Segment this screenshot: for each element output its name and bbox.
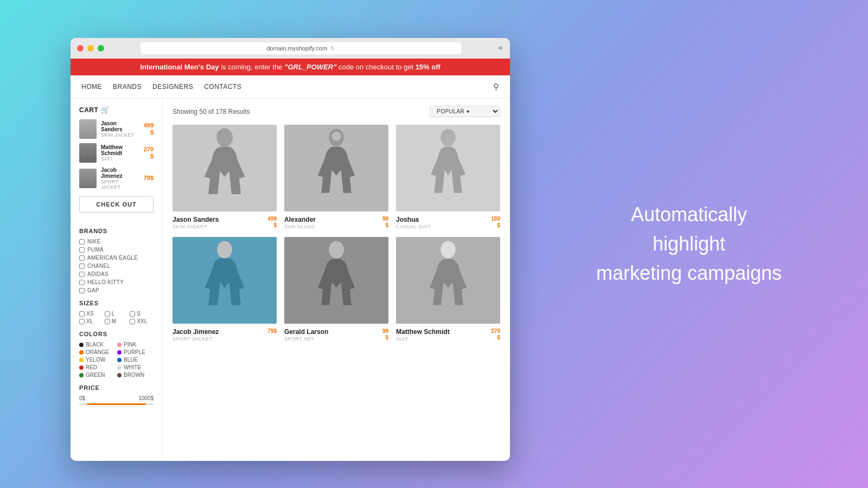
product-price: 79$: [267, 328, 277, 335]
product-details: Matthew Schmidt SUIT: [396, 328, 450, 342]
url-text: domain.myshopify.com: [266, 45, 327, 52]
results-text: Showing 50 of 178 Results: [173, 108, 250, 115]
product-card[interactable]: Jacob Jimenez SPORT JACKET 79$: [173, 237, 277, 342]
brand-checkbox-chanel[interactable]: [79, 264, 85, 269]
browser-window: domain.myshopify.com ↻ + International M…: [71, 38, 510, 461]
product-card[interactable]: Jason Sanders SKIN JACKET 499 $: [173, 125, 277, 229]
product-card[interactable]: Alexander SUN GLASS 99 $: [284, 125, 388, 229]
size-item: L: [105, 311, 129, 317]
brand-checkbox-ae[interactable]: [79, 255, 85, 261]
product-price: 180 $: [491, 216, 500, 229]
cart-title: CART 🛒: [79, 106, 154, 114]
color-swatch-purple: [117, 350, 122, 355]
size-item: XS: [79, 311, 103, 317]
color-item: PURPLE: [117, 349, 154, 355]
product-info: Jason Sanders SKIN JACKET 499 $: [173, 216, 277, 229]
color-item: BLUE: [117, 357, 154, 363]
product-image: [284, 125, 388, 211]
maximize-dot[interactable]: [98, 45, 104, 52]
cart-item: Jacob Jimenez SPORT JACKET 79$: [79, 167, 154, 190]
search-icon[interactable]: ⚲: [493, 82, 499, 92]
cart-item-price: 270 $: [144, 146, 154, 160]
sizes-list: XS L S XL M XXL: [79, 311, 154, 324]
nav-brands[interactable]: BRANDS: [113, 83, 142, 91]
cart-item-price: 79$: [144, 175, 154, 182]
marketing-line1: Automatically highlight: [631, 203, 747, 255]
colors-list: BLACK PINK ORANGE PURPLE YELOW BLUE RED …: [79, 342, 154, 378]
product-details: Joshua CASUAL SUIT: [396, 216, 431, 229]
color-swatch-orange: [79, 350, 84, 355]
checkout-button[interactable]: CHECK OUT: [79, 196, 154, 213]
price-title: PRICE: [79, 384, 154, 391]
address-bar[interactable]: domain.myshopify.com ↻: [141, 42, 461, 54]
product-info: Matthew Schmidt SUIT 270 $: [396, 328, 500, 342]
svg-point-3: [441, 129, 456, 146]
product-info: Jacob Jimenez SPORT JACKET 79$: [173, 328, 277, 342]
brand-checkbox-hk[interactable]: [79, 280, 85, 285]
products-header: Showing 50 of 178 Results POPULAR ▾ PRIC…: [173, 106, 500, 117]
cart-item: Matthew Schmidt SUIT 270 $: [79, 143, 154, 163]
person-figure: [173, 237, 277, 324]
cart-item: Jason Sanders SKIN JACKET 499 $: [79, 119, 154, 139]
cart-item-image: [79, 119, 97, 139]
brand-item: HELLO KITTY: [79, 279, 154, 285]
person-figure: [396, 237, 500, 324]
product-image: [173, 125, 277, 211]
minimize-dot[interactable]: [87, 45, 94, 52]
size-xxl[interactable]: [130, 319, 135, 324]
person-figure: [173, 125, 277, 211]
sidebar: CART 🛒 Jason Sanders SKIN JACKET 499 $: [71, 98, 163, 461]
brand-item: NIKE: [79, 239, 154, 245]
browser-titlebar: domain.myshopify.com ↻ +: [71, 38, 510, 59]
nav-designers[interactable]: DESIGNERS: [152, 83, 193, 91]
size-item: S: [130, 311, 154, 317]
price-range-track[interactable]: [79, 403, 154, 405]
size-xs[interactable]: [79, 311, 85, 317]
promo-code: "GRL_POWER": [284, 63, 336, 71]
size-xl[interactable]: [79, 319, 85, 324]
cart-item-info: Jason Sanders SKIN JACKET: [101, 120, 139, 138]
person-figure: [284, 237, 388, 324]
brand-item: PUMA: [79, 247, 154, 253]
color-item: BLACK: [79, 342, 116, 348]
product-price: 499 $: [267, 216, 277, 229]
brand-checkbox-puma[interactable]: [79, 247, 85, 253]
promo-after: code on checkout to get: [336, 63, 415, 71]
product-price: 270 $: [491, 328, 500, 341]
product-image: [173, 237, 277, 324]
color-swatch-pink: [117, 343, 122, 347]
nav-home[interactable]: HOME: [81, 83, 102, 91]
products-area: Showing 50 of 178 Results POPULAR ▾ PRIC…: [163, 98, 510, 461]
product-card[interactable]: Matthew Schmidt SUIT 270 $: [396, 237, 500, 342]
size-s[interactable]: [130, 311, 135, 317]
brand-checkbox-gap[interactable]: [79, 288, 85, 293]
nav-contacts[interactable]: CONTACTS: [204, 83, 241, 91]
brands-list: NIKE PUMA AMERICAN EAGLE CHANEL ADIDAS H…: [79, 239, 154, 293]
product-card[interactable]: Joshua CASUAL SUIT 180 $: [396, 125, 500, 229]
size-l[interactable]: [105, 311, 110, 317]
size-item: XXL: [130, 318, 154, 324]
promo-mid: is coming, enter the: [219, 63, 285, 71]
product-details: Alexander SUN GLASS: [284, 216, 316, 229]
product-details: Gerald Larson SPORT SET: [284, 328, 328, 342]
color-swatch-brown: [117, 373, 122, 377]
right-panel: Automatically highlight marketing campai…: [510, 189, 868, 299]
svg-point-0: [216, 128, 233, 146]
refresh-icon[interactable]: ↻: [330, 45, 335, 52]
brand-checkbox-nike[interactable]: [79, 239, 85, 245]
color-item: ORANGE: [79, 349, 116, 355]
product-price: 99 $: [382, 328, 388, 341]
close-dot[interactable]: [77, 45, 84, 52]
new-tab-button[interactable]: +: [497, 43, 503, 54]
color-swatch-black: [79, 343, 84, 347]
brand-checkbox-adidas[interactable]: [79, 272, 85, 277]
person-figure: [284, 125, 388, 211]
cart-item-price: 499 $: [144, 122, 154, 136]
svg-point-6: [441, 241, 456, 258]
brands-title: BRANDS: [79, 228, 154, 234]
cart-item-image: [79, 143, 97, 163]
sort-dropdown[interactable]: POPULAR ▾ PRICE LOW-HIGH PRICE HIGH-LOW …: [430, 106, 500, 117]
product-card[interactable]: Gerald Larson SPORT SET 99 $: [284, 237, 388, 342]
size-m[interactable]: [105, 319, 110, 324]
color-item: PINK: [117, 342, 154, 348]
